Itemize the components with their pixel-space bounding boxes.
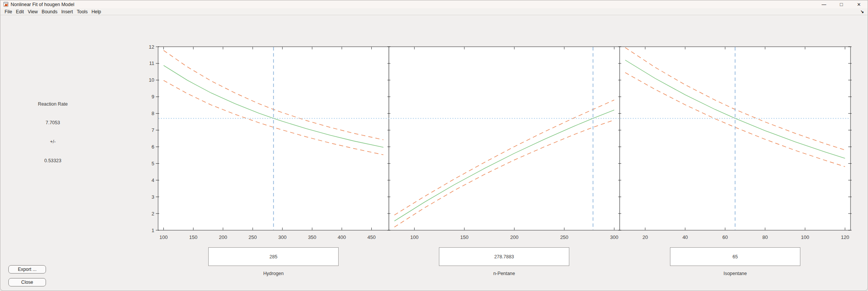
tick-label: 300 (278, 234, 287, 240)
tick-label: 8 (152, 111, 154, 116)
plus-minus-label: +/- (15, 139, 91, 144)
tick-label: 1 (152, 228, 154, 233)
confidence-interval-value: 0.53323 (15, 158, 91, 163)
isopentane-input[interactable] (670, 247, 800, 266)
tick-label: 300 (610, 234, 618, 240)
tick-label: 100 (410, 234, 419, 240)
response-label: Reaction Rate (15, 101, 91, 107)
tick-label: 4 (152, 177, 154, 183)
hydrogen-label: Hydrogen (208, 271, 339, 276)
n-pentane-label: n-Pentane (439, 271, 569, 276)
tick-label: 3 (152, 194, 154, 200)
tick-label: 250 (560, 234, 569, 240)
isopentane-label: Isopentane (670, 271, 800, 276)
tick-label: 5 (152, 161, 154, 166)
tick-label: 450 (367, 234, 376, 240)
tick-label: 9 (152, 94, 154, 100)
n-pentane-input[interactable] (439, 247, 569, 266)
tick-label: 100 (801, 234, 809, 240)
tick-label: 10 (149, 77, 154, 83)
tick-label: 20 (642, 234, 648, 240)
export-button[interactable]: Export ... (8, 265, 46, 274)
hydrogen-input[interactable] (208, 247, 339, 266)
tick-label: 150 (460, 234, 469, 240)
tick-label: 100 (160, 234, 168, 240)
tick-label: 200 (219, 234, 227, 240)
tick-label: 11 (149, 60, 155, 66)
tick-label: 120 (841, 234, 849, 240)
tick-label: 6 (152, 144, 154, 150)
tick-label: 2 (152, 211, 154, 217)
nlintool-window: Nonlinear Fit of hougen Model — □ ✕ File… (0, 0, 868, 291)
tick-label: 200 (510, 234, 518, 240)
tick-label: 60 (722, 234, 728, 240)
tick-label: 12 (149, 44, 154, 50)
tick-label: 350 (308, 234, 316, 240)
tick-label: 40 (683, 234, 688, 240)
tick-label: 7 (152, 127, 154, 133)
tick-label: 150 (189, 234, 198, 240)
tick-label: 80 (762, 234, 768, 240)
close-button[interactable]: Close (8, 278, 46, 286)
tick-label: 400 (338, 234, 346, 240)
tick-label: 250 (249, 234, 257, 240)
predicted-value: 7.7053 (15, 120, 91, 125)
